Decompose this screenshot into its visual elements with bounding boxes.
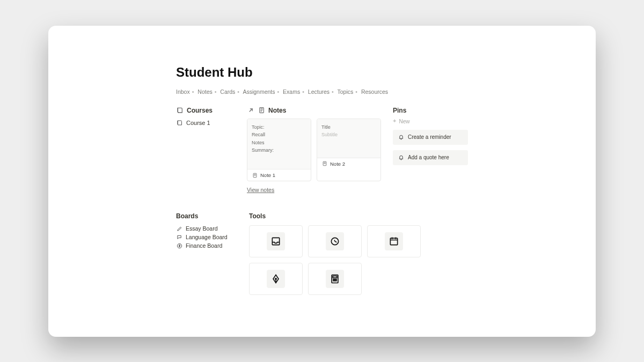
page-icon [252, 172, 258, 178]
view-notes-link[interactable]: View notes [247, 187, 274, 193]
pencil-icon [176, 225, 182, 232]
window-card: Student Hub Inbox• Notes• Cards• Assignm… [48, 26, 596, 337]
course-item[interactable]: Course 1 [176, 119, 235, 128]
tool-pen[interactable] [249, 263, 303, 295]
svg-point-12 [336, 279, 336, 279]
svg-rect-4 [272, 238, 279, 245]
note-title: Note 1 [260, 172, 275, 178]
tools-section: Tools [249, 212, 468, 295]
svg-point-10 [333, 279, 334, 279]
notes-heading-label: Notes [268, 107, 286, 114]
subnav: Inbox• Notes• Cards• Assignments• Exams•… [176, 88, 468, 95]
tools-heading: Tools [249, 212, 468, 220]
pins-heading: Pins [393, 107, 468, 114]
pins-section: Pins + New Create a reminder Add a quote… [393, 107, 468, 195]
pin-item[interactable]: Create a reminder [393, 130, 468, 145]
new-pin-label: New [399, 119, 409, 124]
bell-icon [398, 134, 404, 141]
book-icon [176, 120, 183, 127]
courses-section: Courses Course 1 [176, 107, 235, 195]
note-body: Title Subtitle [317, 119, 380, 158]
nav-topics[interactable]: Topics [338, 88, 354, 95]
course-item-label: Course 1 [186, 120, 210, 126]
svg-rect-9 [333, 276, 337, 278]
tool-inbox[interactable] [249, 225, 303, 257]
note-card[interactable]: Topic: Recall Notes Summary: Note 1 [247, 119, 311, 182]
page: Student Hub Inbox• Notes• Cards• Assignm… [161, 46, 483, 317]
pin-label: Create a reminder [408, 134, 451, 140]
calculator-icon [326, 270, 344, 288]
board-label: Essay Board [186, 225, 218, 232]
tool-calculator[interactable] [308, 263, 362, 295]
pin-label: Add a quote here [408, 154, 449, 160]
calendar-icon [385, 232, 403, 250]
page-icon [321, 161, 327, 167]
note-body: Topic: Recall Notes Summary: [247, 119, 311, 169]
chat-icon [176, 234, 182, 240]
nav-notes[interactable]: Notes [197, 88, 212, 95]
inbox-icon [267, 232, 285, 250]
bell-icon [398, 154, 404, 161]
expand-icon[interactable] [247, 107, 254, 114]
pin-item[interactable]: Add a quote here [393, 150, 468, 165]
board-label: Language Board [186, 234, 228, 240]
note-footer: Note 1 [247, 169, 311, 181]
svg-point-11 [334, 279, 335, 279]
note-footer: Note 2 [317, 158, 380, 169]
nav-lectures[interactable]: Lectures [308, 88, 330, 95]
nav-cards[interactable]: Cards [220, 88, 235, 95]
page-title: Student Hub [176, 65, 468, 80]
nav-exams[interactable]: Exams [283, 88, 300, 95]
note-title: Note 2 [330, 161, 345, 167]
nav-inbox[interactable]: Inbox [176, 88, 190, 95]
board-label: Finance Board [186, 242, 222, 249]
nav-assignments[interactable]: Assignments [243, 88, 275, 95]
notes-section: Notes Topic: Recall Notes Summary: [247, 107, 381, 195]
nav-resources[interactable]: Resources [361, 88, 388, 95]
svg-point-14 [334, 280, 335, 281]
book-icon [176, 107, 184, 114]
plus-icon: + [393, 118, 396, 124]
svg-point-13 [333, 280, 334, 281]
note-card[interactable]: Title Subtitle Note 2 [317, 119, 381, 182]
notes-heading: Notes [247, 107, 381, 114]
dollar-icon [176, 242, 182, 249]
svg-rect-6 [390, 238, 397, 245]
courses-heading-label: Courses [187, 107, 213, 114]
svg-point-15 [336, 280, 336, 281]
tool-clock[interactable] [308, 225, 362, 257]
pen-nib-icon [267, 270, 285, 288]
courses-heading: Courses [176, 107, 235, 114]
page-icon [258, 107, 265, 114]
board-item-language[interactable]: Language Board [176, 233, 235, 241]
new-pin-button[interactable]: + New [393, 119, 468, 124]
boards-heading: Boards [176, 212, 235, 220]
boards-section: Boards Essay Board Language Board Financ… [176, 212, 235, 295]
tool-calendar[interactable] [367, 225, 421, 257]
clock-icon [326, 232, 344, 250]
board-item-finance[interactable]: Finance Board [176, 241, 235, 250]
board-item-essay[interactable]: Essay Board [176, 224, 235, 233]
